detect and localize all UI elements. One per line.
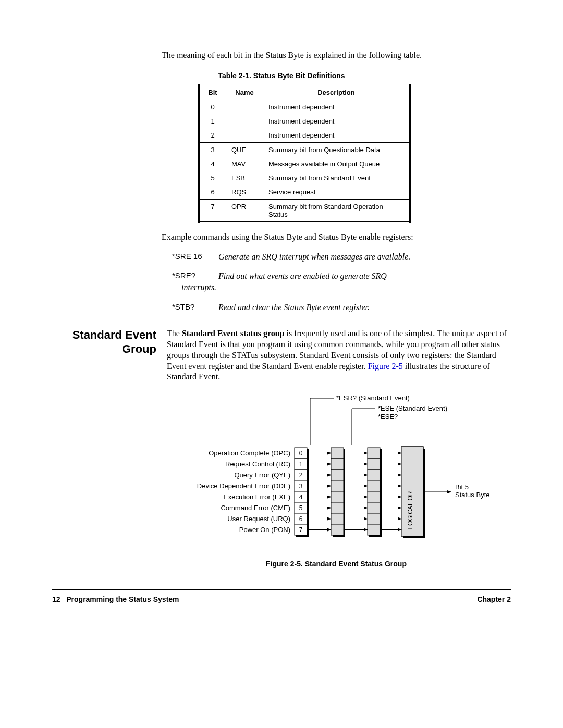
figure-caption: Figure 2-5. Standard Event Status Group bbox=[162, 560, 511, 568]
cmd-desc: Find out what events are enabled to gene… bbox=[218, 272, 387, 280]
command-example: *SRE 16 Generate an SRQ interrupt when m… bbox=[172, 251, 511, 263]
svg-rect-28 bbox=[368, 470, 380, 480]
bit-number: 7 bbox=[299, 526, 303, 534]
table-header-row: Bit Name Description bbox=[199, 84, 410, 100]
table-row: 3 QUE Summary bit from Questionable Data bbox=[199, 142, 410, 157]
svg-rect-50 bbox=[331, 513, 344, 524]
svg-rect-40 bbox=[368, 491, 380, 502]
cmd-desc: Read and clear the Status Byte event reg… bbox=[218, 303, 370, 312]
svg-rect-16 bbox=[368, 448, 380, 459]
svg-rect-46 bbox=[368, 502, 380, 513]
svg-rect-38 bbox=[331, 491, 344, 502]
bit-number: 5 bbox=[299, 504, 303, 512]
section-body: The Standard Event status group is frequ… bbox=[167, 328, 511, 382]
bit-row-label: Power On (PON) bbox=[239, 526, 290, 534]
eseq-label: *ESE? bbox=[378, 413, 398, 421]
svg-rect-56 bbox=[331, 524, 344, 535]
bit-number: 2 bbox=[299, 472, 303, 479]
svg-rect-52 bbox=[368, 513, 380, 524]
bit-row-label: Execution Error (EXE) bbox=[224, 493, 290, 501]
figure-standard-event: *ESR? (Standard Event) *ESE (Standard Ev… bbox=[162, 388, 511, 568]
page-number: 12 bbox=[52, 595, 60, 603]
cmd-name: *SRE? bbox=[172, 270, 216, 281]
table-row: 0 Instrument dependent bbox=[199, 100, 410, 114]
intro-paragraph: The meaning of each bit in the Status By… bbox=[162, 50, 511, 61]
svg-rect-44 bbox=[331, 502, 344, 513]
svg-rect-26 bbox=[331, 470, 344, 480]
bit-number: 3 bbox=[299, 483, 303, 490]
output-bit-label: Bit 5 bbox=[455, 483, 469, 491]
table-row: 1 Instrument dependent bbox=[199, 114, 410, 128]
ese-label: *ESE (Standard Event) bbox=[378, 404, 447, 412]
svg-rect-32 bbox=[331, 480, 344, 491]
bit-number: 0 bbox=[299, 450, 303, 457]
command-example: *SRE? Find out what events are enabled t… bbox=[172, 270, 511, 293]
output-statusbyte-label: Status Byte bbox=[455, 491, 489, 499]
table-row: 2 Instrument dependent bbox=[199, 128, 410, 143]
footer-title: Programming the Status System bbox=[66, 595, 179, 603]
chapter-label: Chapter 2 bbox=[477, 595, 511, 603]
svg-rect-58 bbox=[368, 524, 380, 535]
svg-rect-34 bbox=[368, 480, 380, 491]
esr-label: *ESR? (Standard Event) bbox=[336, 394, 410, 402]
bit-row-label: Query Error (QYE) bbox=[234, 471, 290, 479]
table-row: 5 ESB Summary bit from Standard Event bbox=[199, 171, 410, 185]
cmd-name: *STB? bbox=[172, 302, 216, 312]
col-desc: Description bbox=[263, 84, 410, 100]
cmd-desc: Generate an SRQ interrupt when messages … bbox=[218, 252, 410, 261]
bit-row-label: Command Error (CME) bbox=[221, 504, 290, 512]
figure-link[interactable]: Figure 2-5 bbox=[368, 362, 403, 371]
cmd-desc-cont: interrupts. bbox=[181, 282, 511, 293]
svg-rect-20 bbox=[331, 459, 344, 470]
svg-rect-22 bbox=[368, 459, 380, 470]
svg-rect-14 bbox=[331, 448, 344, 459]
col-name: Name bbox=[226, 84, 263, 100]
bit-number: 1 bbox=[299, 461, 303, 468]
bit-number: 6 bbox=[299, 515, 303, 523]
bit-row-label: Request Control (RC) bbox=[225, 460, 290, 468]
status-byte-table: Bit Name Description 0 Instrument depend… bbox=[198, 84, 511, 223]
bit-row-label: Operation Complete (OPC) bbox=[209, 449, 290, 457]
page-footer: 12 Programming the Status System Chapter… bbox=[52, 589, 511, 603]
example-intro: Example commands using the Status Byte a… bbox=[162, 232, 511, 242]
bit-number: 4 bbox=[299, 493, 303, 501]
section-heading: Standard Event Group bbox=[52, 328, 167, 382]
bit-row-label: Device Dependent Error (DDE) bbox=[197, 482, 290, 490]
cmd-name: *SRE 16 bbox=[172, 251, 216, 262]
table-row: 7 OPR Summary bit from Standard Operatio… bbox=[199, 199, 410, 222]
command-example: *STB? Read and clear the Status Byte eve… bbox=[172, 302, 511, 313]
table-row: 4 MAV Messages available in Output Queue bbox=[199, 157, 410, 171]
table-row: 6 RQS Service request bbox=[199, 185, 410, 200]
bit-row-label: User Request (URQ) bbox=[227, 515, 290, 523]
table-caption: Table 2-1. Status Byte Bit Definitions bbox=[52, 71, 511, 80]
col-bit: Bit bbox=[199, 84, 226, 100]
logical-or-label: LOGICAL OR bbox=[407, 491, 414, 529]
